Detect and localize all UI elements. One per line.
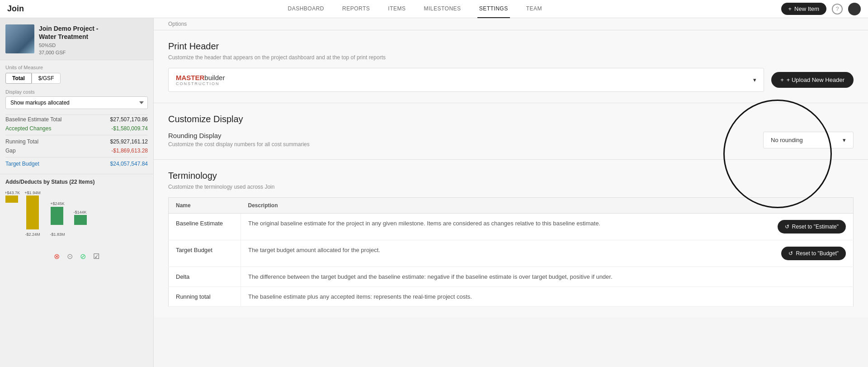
top-nav: Join DASHBOARD REPORTS ITEMS MILESTONES … — [0, 0, 868, 18]
term-desc-baseline: The original baseline estimate for the p… — [241, 214, 763, 240]
svg-text:-$144K: -$144K — [73, 210, 86, 214]
svg-rect-6 — [51, 207, 63, 225]
nav-right: + New Item ? — [781, 3, 861, 15]
project-name: Join Demo Project -Water Treatment — [39, 24, 148, 41]
pending-icon: ⊙ — [67, 252, 73, 261]
project-size: 37,000 GSF — [39, 50, 148, 55]
term-desc-running: The baseline estimate plus any accepted … — [241, 287, 763, 307]
svg-text:+$1.94M: +$1.94M — [24, 191, 40, 195]
svg-rect-1 — [5, 195, 18, 203]
table-header: Name Description — [169, 198, 854, 214]
term-action-baseline: ↺ Reset to "Estimate" — [763, 214, 854, 240]
baseline-estimate-label: Baseline Estimate Total — [5, 116, 62, 123]
gap-label: Gap — [5, 148, 16, 154]
table-row: Target Budget The target budget amount a… — [169, 240, 854, 267]
accepted-changes-value: -$1,580,009.74 — [111, 125, 148, 132]
terminology-subtitle: Customize the terminology used across Jo… — [168, 184, 854, 190]
app-logo: Join — [7, 4, 34, 14]
rounding-row: Rounding Display Customize the cost disp… — [168, 132, 854, 148]
unit-total-button[interactable]: Total — [5, 73, 32, 84]
print-header-section: Print Header Customize the header that a… — [154, 30, 868, 103]
help-icon[interactable]: ? — [832, 4, 843, 14]
reset-baseline-button[interactable]: ↺ Reset to "Estimate" — [778, 220, 846, 234]
nav-items[interactable]: ITEMS — [386, 0, 407, 18]
new-item-button[interactable]: + New Item — [781, 3, 827, 15]
display-costs-select[interactable]: Show markups allocated — [5, 96, 148, 109]
baseline-estimate-value: $27,507,170.86 — [110, 116, 148, 123]
rounding-section: Rounding Display Customize the cost disp… — [168, 132, 854, 148]
bar-chart: +$43.7K +$1.94M -$2.24M +$245K -$1.83M -… — [5, 189, 148, 248]
sidebar: Join Demo Project -Water Treatment 50%SD… — [0, 18, 154, 367]
units-section: Units of Measure Total $/GSF Display cos… — [0, 60, 153, 168]
chart-title: Adds/Deducts by Status (22 Items) — [5, 179, 148, 185]
rejected-icon: ⊗ — [54, 252, 60, 261]
header-logo-dropdown[interactable]: MASTERbuilder CONSTRUCTION ▾ — [168, 68, 764, 92]
reset-target-button[interactable]: ↺ Reset to "Budget" — [781, 247, 846, 260]
print-header-header: Print Header Customize the header that a… — [168, 41, 854, 61]
svg-text:-$2.24M: -$2.24M — [25, 232, 40, 237]
svg-rect-3 — [26, 195, 39, 229]
checkbox-icon: ☑ — [93, 252, 99, 261]
divider-1 — [5, 135, 148, 135]
header-logo: MASTERbuilder CONSTRUCTION — [176, 74, 225, 86]
term-action-delta — [763, 267, 854, 287]
nav-milestones[interactable]: MILESTONES — [422, 0, 462, 18]
rounding-arrow: ▾ — [843, 137, 846, 143]
nav-dashboard[interactable]: DASHBOARD — [286, 0, 326, 18]
main-content: Options Print Header Customize the heade… — [154, 18, 868, 367]
legend-pending: ⊙ — [67, 252, 73, 261]
upload-label: + Upload New Header — [787, 76, 844, 83]
chart-svg: +$43.7K +$1.94M -$2.24M +$245K -$1.83M -… — [5, 189, 105, 248]
running-total-row: Running Total $25,927,161.12 — [5, 137, 148, 146]
options-label: Options — [154, 18, 868, 30]
gap-value: -$1,869,613.28 — [111, 148, 148, 154]
table-row: Delta The difference between the target … — [169, 267, 854, 287]
svg-text:+$245K: +$245K — [50, 201, 64, 206]
table-row: Baseline Estimate The original baseline … — [169, 214, 854, 240]
main-layout: Join Demo Project -Water Treatment 50%SD… — [0, 18, 868, 367]
reset-target-label: Reset to "Budget" — [796, 250, 839, 257]
nav-reports[interactable]: REPORTS — [340, 0, 372, 18]
legend-accepted: ⊘ — [80, 252, 86, 261]
project-card: Join Demo Project -Water Treatment 50%SD… — [0, 18, 153, 60]
nav-links: DASHBOARD REPORTS ITEMS MILESTONES SETTI… — [49, 0, 781, 18]
accepted-changes-label: Accepted Changes — [5, 125, 51, 132]
project-info: Join Demo Project -Water Treatment 50%SD… — [39, 24, 148, 55]
rounding-dropdown[interactable]: No rounding ▾ — [763, 132, 854, 148]
rounding-value: No rounding — [771, 137, 803, 143]
term-name-running: Running total — [169, 287, 241, 307]
dropdown-arrow: ▾ — [753, 76, 756, 83]
term-name-target: Target Budget — [169, 240, 241, 267]
plus-icon: + — [788, 5, 792, 12]
nav-team[interactable]: TEAM — [524, 0, 544, 18]
rounding-text: Rounding Display Customize the cost disp… — [168, 132, 310, 148]
term-action-target: ↺ Reset to "Budget" — [763, 240, 854, 267]
customize-section: Customize Display Rounding Display Custo… — [154, 103, 868, 160]
units-label: Units of Measure — [5, 65, 148, 70]
col-description: Description — [241, 198, 763, 214]
cost-table: Baseline Estimate Total $27,507,170.86 A… — [5, 114, 148, 168]
logo-construction: CONSTRUCTION — [176, 81, 225, 86]
print-header-subtitle: Customize the header that appears on the… — [168, 54, 386, 61]
user-avatar[interactable] — [848, 3, 861, 15]
term-action-running — [763, 287, 854, 307]
logo-master: MASTER — [176, 74, 204, 81]
term-desc-delta: The difference between the target budget… — [241, 267, 763, 287]
table-body: Baseline Estimate The original baseline … — [169, 214, 854, 307]
rounding-dropdown-wrap: No rounding ▾ — [763, 132, 854, 148]
print-header-row: MASTERbuilder CONSTRUCTION ▾ + + Upload … — [168, 68, 854, 92]
nav-settings[interactable]: SETTINGS — [477, 0, 510, 18]
reset-icon: ↺ — [785, 224, 789, 230]
col-action — [763, 198, 854, 214]
accepted-changes-row: Accepted Changes -$1,580,009.74 — [5, 124, 148, 133]
table-row: Running total The baseline estimate plus… — [169, 287, 854, 307]
new-item-label: New Item — [794, 5, 819, 12]
running-total-value: $25,927,161.12 — [110, 138, 148, 145]
customize-title: Customize Display — [168, 114, 854, 124]
unit-gsf-button[interactable]: $/GSF — [32, 73, 61, 84]
svg-rect-9 — [74, 215, 87, 225]
unit-toggle: Total $/GSF — [5, 73, 148, 84]
project-stage: 50%SD — [39, 43, 148, 48]
upload-header-button[interactable]: + + Upload New Header — [771, 72, 854, 88]
col-name: Name — [169, 198, 241, 214]
